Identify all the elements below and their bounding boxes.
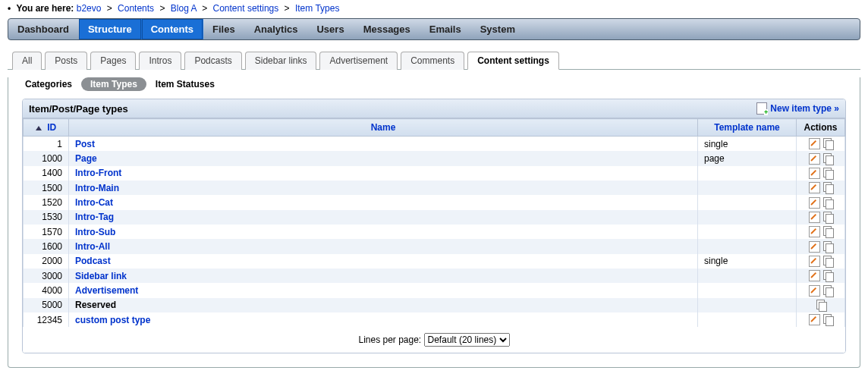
breadcrumb-link[interactable]: b2evo <box>77 3 104 14</box>
item-type-link[interactable]: custom post type <box>75 315 150 325</box>
main-tab-system[interactable]: System <box>471 19 525 39</box>
cell-id: 5000 <box>24 298 69 312</box>
table-row: 1400Intro-Front <box>24 166 845 181</box>
copy-icon[interactable] <box>822 168 833 179</box>
breadcrumb-link[interactable]: Contents <box>115 3 157 14</box>
sub-tab-sidebar-links[interactable]: Sidebar links <box>245 52 317 70</box>
col-header-actions-label: Actions <box>804 122 837 133</box>
copy-icon[interactable] <box>822 256 833 267</box>
copy-icon[interactable] <box>822 241 833 253</box>
main-tab-emails[interactable]: Emails <box>420 19 471 39</box>
breadcrumb-sep: > <box>159 3 165 14</box>
col-header-template[interactable]: Template name <box>698 119 797 137</box>
main-tab-files[interactable]: Files <box>203 19 245 39</box>
pill-tab-categories[interactable]: Categories <box>25 79 72 90</box>
breadcrumb-link[interactable]: Blog A <box>168 3 199 14</box>
col-header-id-link[interactable]: ID <box>47 122 56 133</box>
copy-icon[interactable] <box>822 197 833 209</box>
edit-icon[interactable] <box>809 197 820 209</box>
cell-template: page <box>698 151 797 165</box>
panel-title: Item/Post/Page types <box>29 103 128 115</box>
main-tab-bar: DashboardStructureContentsFilesAnalytics… <box>8 18 860 40</box>
item-type-link[interactable]: Podcast <box>75 256 111 266</box>
item-type-link[interactable]: Intro-Main <box>75 183 119 193</box>
cell-name: custom post type <box>69 312 698 327</box>
sub-tab-comments[interactable]: Comments <box>401 52 464 70</box>
main-tab-messages[interactable]: Messages <box>354 19 420 39</box>
cell-name: Post <box>69 137 698 152</box>
sub-tab-pages[interactable]: Pages <box>90 52 136 70</box>
cell-name: Podcast <box>69 254 698 269</box>
copy-icon[interactable] <box>822 270 833 281</box>
edit-icon[interactable] <box>809 285 820 297</box>
copy-icon[interactable] <box>815 300 826 311</box>
item-type-link[interactable]: Advertisement <box>75 285 138 296</box>
breadcrumb-link[interactable]: Content settings <box>210 3 281 14</box>
item-type-link[interactable]: Intro-Tag <box>75 212 114 222</box>
edit-icon[interactable] <box>809 256 820 267</box>
main-tab-contents[interactable]: Contents <box>142 19 203 39</box>
cell-template <box>698 181 797 195</box>
item-type-link[interactable]: Page <box>75 153 97 164</box>
cell-id: 1530 <box>24 210 69 225</box>
copy-icon[interactable] <box>822 153 833 165</box>
edit-icon[interactable] <box>809 314 820 325</box>
panel-header: Item/Post/Page types New item type » <box>23 99 845 118</box>
sub-tab-podcasts[interactable]: Podcasts <box>184 52 241 70</box>
item-type-link[interactable]: Intro-Cat <box>75 197 113 208</box>
main-tab-structure[interactable]: Structure <box>79 19 142 39</box>
cell-actions <box>797 210 845 225</box>
cell-actions <box>797 269 845 283</box>
col-header-template-link[interactable]: Template name <box>714 122 779 133</box>
col-header-name-link[interactable]: Name <box>371 122 396 133</box>
item-type-link[interactable]: Post <box>75 139 95 149</box>
cell-name: Sidebar link <box>69 269 698 283</box>
main-tab-analytics[interactable]: Analytics <box>245 19 308 39</box>
item-type-link[interactable]: Intro-All <box>75 241 110 252</box>
copy-icon[interactable] <box>822 226 833 237</box>
copy-icon[interactable] <box>822 182 833 193</box>
col-header-name[interactable]: Name <box>69 119 698 137</box>
new-item-type-link[interactable]: New item type » <box>770 103 839 114</box>
lines-per-page-select[interactable]: Default (20 lines) <box>424 333 510 347</box>
table-row: 1520Intro-Cat <box>24 195 845 209</box>
main-tab-users[interactable]: Users <box>307 19 354 39</box>
sub-tab-intros[interactable]: Intros <box>139 52 181 70</box>
edit-icon[interactable] <box>809 212 820 223</box>
cell-template <box>698 269 797 283</box>
edit-icon[interactable] <box>809 153 820 165</box>
pill-tab-item-types[interactable]: Item Types <box>81 77 146 91</box>
edit-icon[interactable] <box>809 138 820 149</box>
copy-icon[interactable] <box>822 212 833 223</box>
edit-icon[interactable] <box>809 182 820 193</box>
table-row: 12345custom post type <box>24 312 845 327</box>
copy-icon[interactable] <box>822 285 833 297</box>
pill-tab-item-statuses[interactable]: Item Statuses <box>156 79 215 90</box>
sort-asc-icon[interactable] <box>36 126 42 130</box>
breadcrumb: • You are here: b2evo > Contents > Blog … <box>0 0 868 18</box>
col-header-id[interactable]: ID <box>24 119 69 137</box>
cell-name: Intro-Sub <box>69 225 698 239</box>
cell-actions <box>797 137 845 152</box>
item-type-link[interactable]: Intro-Front <box>75 168 121 178</box>
cell-actions <box>797 195 845 209</box>
copy-icon[interactable] <box>822 138 833 149</box>
new-item-icon[interactable] <box>756 102 767 115</box>
edit-icon[interactable] <box>809 270 820 281</box>
sub-tab-content-settings[interactable]: Content settings <box>467 52 559 70</box>
breadcrumb-label: You are here: <box>17 3 74 14</box>
main-tab-dashboard[interactable]: Dashboard <box>8 19 79 39</box>
sub-tab-posts[interactable]: Posts <box>45 52 87 70</box>
sub-tab-all[interactable]: All <box>12 52 42 70</box>
edit-icon[interactable] <box>809 241 820 253</box>
copy-icon[interactable] <box>822 314 833 325</box>
cell-id: 1500 <box>24 181 69 195</box>
cell-template <box>698 166 797 181</box>
item-type-link[interactable]: Intro-Sub <box>75 227 115 237</box>
edit-icon[interactable] <box>809 226 820 237</box>
breadcrumb-link[interactable]: Item Types <box>293 3 340 14</box>
sub-tab-advertisement[interactable]: Advertisement <box>319 52 398 70</box>
cell-actions <box>797 225 845 239</box>
item-type-link[interactable]: Sidebar link <box>75 271 127 281</box>
edit-icon[interactable] <box>809 168 820 179</box>
